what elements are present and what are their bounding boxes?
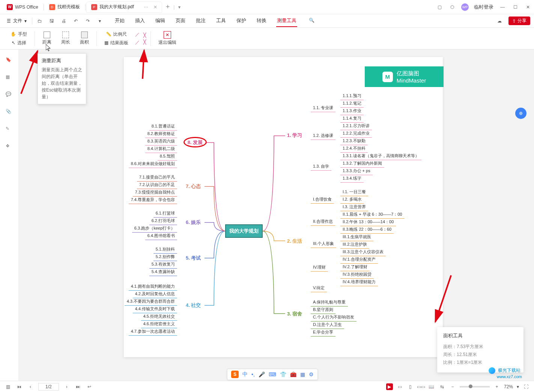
print-icon[interactable]: 🖨 [59,16,69,26]
first-page-icon[interactable]: ⏮ [16,383,23,390]
zoom-value[interactable]: 72% [504,384,513,389]
close-tab-icon[interactable]: ✕ [153,5,157,10]
thumbnails-toggle-icon[interactable]: ▥ [5,383,11,390]
menu-tab-tools[interactable]: 工具 [215,15,227,27]
menu-tab-measure[interactable]: 测量工具 [276,15,297,27]
save-icon[interactable]: 🖫 [47,16,57,26]
view-continuous-icon[interactable]: ▯ [407,383,414,390]
chevron-down-icon[interactable]: ▾ [517,384,519,389]
login-label[interactable]: 临时登录 [474,4,493,11]
result-panel-tool[interactable]: ▦结果面板 [103,39,130,47]
floating-action-button[interactable]: ⊕ [515,108,526,119]
tab-wps-home[interactable]: W WPS Office [2,2,43,13]
popup-title: 面积工具 [443,332,517,339]
popup-perimeter: 周长：12.51厘米 [443,351,517,358]
last-page-icon[interactable]: ⏭ [75,383,81,390]
hand-tool[interactable]: ✋手型 [9,30,29,38]
undo-icon[interactable]: ↶ [71,16,81,26]
node-leaf: II.1.晨练 + 早读 6：30——7：00 [341,211,404,218]
view-book-icon[interactable]: 📖 [428,383,435,390]
bookmark-icon[interactable]: 🔖 [6,57,13,65]
view-facing-icon[interactable]: ▭▭ [418,383,424,390]
menu-tab-annotate[interactable]: 批注 [195,15,206,27]
tab-menu-icon[interactable]: ⋯ [144,5,148,10]
node-leaf: IV.4.培养理财能力 [341,278,377,285]
tab-active-document[interactable]: P 我的大学规划.pdf ⋯ ✕ [86,2,162,13]
menu-tab-insert[interactable]: 插入 [134,15,146,27]
search-icon[interactable]: 🔍 [306,15,317,26]
node-leaf: 1.1.4.复习 [341,115,363,122]
fullscreen-icon[interactable]: ⛶ [523,383,529,390]
zoom-in-icon[interactable]: + [493,383,500,390]
ime-grid-icon[interactable]: ▦ [300,371,305,377]
menu-tab-convert[interactable]: 转换 [256,15,267,27]
comment-icon[interactable]: 💬 [6,92,13,99]
highlight-oval [184,137,207,147]
cube-icon[interactable]: ⬡ [448,3,456,11]
prev-page-icon[interactable]: ‹ [27,383,34,390]
node-leaf: II.合理作息 [311,218,334,225]
menu-tab-protect[interactable]: 保护 [236,15,247,27]
template-icon: D [49,4,55,10]
fit-width-icon[interactable]: ⇆ [439,383,445,390]
node-leaf: 5.2.别作弊 [154,253,176,260]
ime-punct-icon[interactable]: •, [251,371,255,377]
menu-tab-page[interactable]: 页面 [175,15,186,27]
ruler-tool[interactable]: 📏比例尺 [104,30,128,38]
ime-mic-icon[interactable]: 🎤 [259,371,265,377]
file-label: 文件 [13,18,22,24]
share-button[interactable]: ⇪ 分享 [508,17,530,25]
ime-settings-icon[interactable]: ⚙ [309,371,314,377]
line-style-4-icon[interactable]: ╳ [143,39,146,45]
maximize-button[interactable]: ☐ [511,3,519,11]
ime-keyboard-icon[interactable]: ⌨ [269,371,276,377]
line-style-2-icon[interactable]: ╳ [143,33,146,38]
distance-tool[interactable]: 距离 [39,31,54,46]
menu-tab-edit[interactable]: 编辑 [155,15,166,27]
new-tab-button[interactable]: + [162,3,174,11]
window-layout-icon[interactable]: ▢ [436,3,443,11]
play-slideshow-icon[interactable]: ▶ [386,383,393,390]
ime-toolbox-icon[interactable]: 🧰 [290,371,296,377]
jump-icon[interactable]: ↩ [86,383,93,390]
node-dorm: 3. 宿舍 [287,311,302,317]
node-leaf: II.2.午休 13：00——14：00 [341,218,395,225]
zoom-slider[interactable] [460,386,490,387]
view-single-icon[interactable]: ▭ [397,383,403,390]
layers-icon[interactable]: ❖ [6,143,13,151]
ime-toolbar[interactable]: S 中 •, 🎤 ⌨ 👕 🧰 ▦ ⚙ [227,369,318,380]
line-style-1-icon[interactable]: ／ [135,32,140,38]
node-leaf: III.3.注意个人仪容仪表 [341,248,385,255]
annotation-arrow-2 [135,48,150,82]
more-dropdown[interactable]: ▾ [95,16,105,26]
tab-list-dropdown[interactable]: ▾ [174,5,184,10]
file-menu[interactable]: ☰ 文件 ▾ [4,18,30,24]
close-window-button[interactable]: ✕ [524,3,532,11]
line-style-3-icon[interactable]: ／ [135,39,140,46]
user-avatar[interactable]: WP [461,3,469,11]
signature-icon[interactable]: ✎ [6,126,13,134]
ime-lang[interactable]: 中 [242,371,248,378]
redo-icon[interactable]: ↷ [83,16,93,26]
tab-separator [44,4,44,11]
thumbnail-icon[interactable]: ▦ [6,74,13,82]
cloud-icon[interactable]: ☁ [494,16,505,26]
select-tool[interactable]: ↖选择 [10,39,28,47]
menu-tab-start[interactable]: 开始 [114,15,125,27]
area-tool[interactable]: 面积 [77,31,92,46]
node-leaf: 8.2.教师资格证 [146,130,176,137]
page-indicator[interactable]: 1/2 [38,383,59,390]
node-leaf: 4.4.传输文件及时下载 [134,305,176,312]
attachment-icon[interactable]: 📎 [6,109,13,116]
exit-edit-button[interactable]: ✕ 退出编辑 [155,30,179,47]
next-page-icon[interactable]: › [63,383,70,390]
tab-template[interactable]: D 找稻壳模板 [45,2,84,13]
perimeter-tool[interactable]: 周长 [58,31,73,46]
ime-skin-icon[interactable]: 👕 [280,371,286,377]
node-leaf: 8.6.对未来就业做好规划 [129,160,176,167]
node-leaf: II.3.晚练 22：00——6：60 [341,226,393,233]
zoom-out-icon[interactable]: − [449,383,456,390]
minimize-button[interactable]: — [499,3,506,11]
node-leaf: B.坚守原则 [311,306,335,313]
open-icon[interactable]: 🗀 [35,16,45,26]
